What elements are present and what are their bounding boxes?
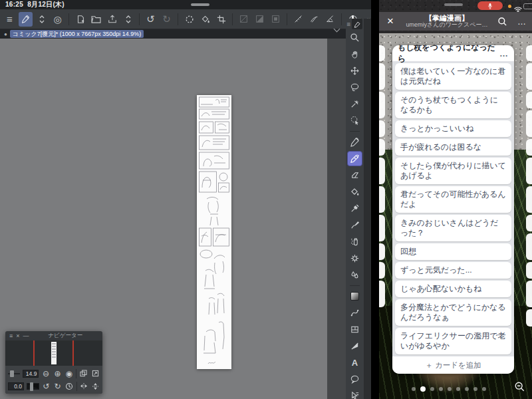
selection-add-icon[interactable] — [237, 12, 251, 27]
snap-grid-icon[interactable] — [323, 12, 337, 27]
board-search-button[interactable] — [492, 17, 512, 27]
snap-special-ruler-icon[interactable] — [307, 12, 321, 27]
next-list-sliver[interactable] — [526, 45, 532, 327]
page-dot[interactable] — [473, 387, 477, 391]
brush-tool-icon[interactable] — [347, 217, 362, 233]
card[interactable]: 僕は老いていく一方なのに君は元気だね — [395, 63, 511, 90]
zoom-value[interactable]: 14.9 — [23, 370, 39, 378]
operation-tool-icon[interactable] — [347, 388, 362, 399]
lasso-tool-icon[interactable] — [347, 80, 362, 95]
flip-horizontal-button[interactable] — [79, 381, 88, 392]
close-board-button[interactable]: × — [379, 12, 402, 31]
flip-vertical-button[interactable] — [91, 381, 100, 392]
list-menu-button[interactable]: … — [499, 49, 509, 59]
edit-in-clip-studio-icon[interactable] — [19, 12, 33, 27]
page-dot[interactable] — [412, 387, 416, 391]
previous-list-sliver[interactable] — [379, 45, 385, 307]
recording-mic-icon[interactable] — [477, 1, 503, 10]
fill-tool-icon[interactable] — [198, 12, 212, 27]
current-subtool-icon[interactable] — [352, 19, 362, 29]
board-zoom-out-button[interactable] — [512, 379, 527, 394]
export-icon[interactable] — [105, 12, 119, 27]
card[interactable]: じゃあ心配ないかもね — [395, 281, 511, 297]
eyedropper-tool-icon[interactable] — [347, 201, 362, 216]
gradient-tool-icon[interactable] — [347, 289, 362, 304]
card[interactable]: 君だってその可能性があるんだよ — [395, 186, 511, 213]
frame-border-tool-icon[interactable] — [347, 322, 362, 337]
navigator-close-icon[interactable]: × — [16, 332, 19, 339]
page-dot[interactable] — [465, 387, 469, 391]
menu-icon[interactable]: ≡ — [3, 12, 17, 27]
zoom-out-button[interactable]: ⊖ — [41, 368, 50, 379]
rotation-value[interactable]: 0.0 — [8, 382, 24, 390]
navigator-preview[interactable] — [5, 340, 102, 366]
pen-tool-icon[interactable] — [347, 134, 362, 150]
navigator-minimize-icon[interactable]: — — [23, 332, 29, 339]
rotate-right-button[interactable]: ↻ — [53, 381, 62, 392]
balloon-tool-icon[interactable] — [347, 372, 362, 387]
palette-edge-strip — [364, 19, 371, 399]
card[interactable]: きみのおじいさんはどうだった？ — [395, 215, 511, 241]
expand-icon[interactable] — [121, 12, 135, 27]
text-tool-icon[interactable]: A — [347, 355, 362, 370]
decoration-tool-icon[interactable] — [347, 251, 362, 266]
figure-tool-icon[interactable] — [347, 305, 362, 321]
fountain-pen-tool-icon[interactable] — [347, 151, 362, 166]
crop-icon[interactable] — [214, 12, 228, 27]
page-dot[interactable] — [430, 387, 434, 391]
battery-icon — [523, 3, 532, 9]
fit-window-button[interactable] — [91, 368, 100, 379]
zoom-slider[interactable] — [8, 370, 20, 378]
new-canvas-icon[interactable] — [73, 12, 87, 27]
auto-select-tool-icon[interactable] — [347, 96, 362, 112]
blend-tool-icon[interactable] — [347, 267, 362, 283]
fit-to-screen-button[interactable]: ◉ — [65, 368, 73, 379]
card[interactable]: そしたら僕が代わりに描いてあげるよ — [395, 158, 511, 184]
hand-tool-icon[interactable] — [347, 47, 362, 62]
zoom-in-button[interactable]: ⊕ — [53, 368, 62, 379]
rotate-left-button[interactable]: ↺ — [42, 381, 51, 392]
page-dot[interactable] — [439, 387, 443, 391]
card[interactable]: ずっと元気だった... — [395, 262, 511, 279]
split-drag-handle-right[interactable] — [444, 3, 463, 6]
board-menu-button[interactable]: … — [512, 17, 532, 27]
add-card-button[interactable]: ＋ カードを追加 — [392, 356, 514, 374]
clip-studio-logo-icon[interactable]: ◎ — [51, 12, 65, 27]
move-tool-icon[interactable] — [347, 63, 362, 78]
page-dot[interactable] — [448, 387, 452, 391]
tool-palette-menu-icon[interactable]: ≡ — [347, 21, 351, 28]
correct-line-tool-icon[interactable] — [347, 338, 362, 354]
fill-tool-icon[interactable] — [347, 184, 362, 200]
screen: 16:25 8月12日(木) ≡ ◎ ↺ ↻ — [0, 0, 532, 399]
card[interactable]: そのうち杖でもつくようになるかも — [395, 92, 511, 118]
page-dot[interactable] — [456, 387, 460, 391]
undo-icon[interactable]: ↺ — [144, 12, 158, 27]
card[interactable]: 回想 — [395, 243, 511, 260]
card[interactable]: 手が疲れるのは困るな — [395, 139, 511, 156]
split-drag-handle-left[interactable] — [191, 3, 209, 6]
card[interactable]: ライフエリクサーの濫用で老いがゆるやか — [395, 328, 511, 354]
status-date: 8月12日(木) — [27, 1, 65, 8]
selection-intersect-icon[interactable] — [269, 12, 283, 27]
board-app-window: × 【掌編漫画】 umemiyさんのワークスペー… … もし杖をつくよ — [379, 0, 532, 399]
redo-icon[interactable]: ↻ — [160, 12, 174, 27]
eraser-tool-icon[interactable] — [347, 168, 362, 183]
open-file-icon[interactable] — [89, 12, 103, 27]
reset-rotation-button[interactable] — [65, 381, 73, 392]
snap-ruler-icon[interactable] — [291, 12, 305, 27]
zoom-tool-icon[interactable] — [347, 30, 362, 45]
selection-subtract-icon[interactable] — [253, 12, 267, 27]
airbrush-tool-icon[interactable] — [347, 234, 362, 249]
object-tool-icon[interactable] — [347, 113, 362, 128]
processing-icon — [182, 12, 196, 27]
collapse-expand-icon[interactable] — [35, 12, 49, 27]
page-dot[interactable] — [482, 387, 486, 391]
card[interactable]: 多分魔法とかでどうにかなるんだろうなぁ — [395, 299, 511, 326]
rotation-slider[interactable] — [27, 383, 39, 390]
canvas-artwork[interactable] — [197, 95, 231, 369]
page-dot[interactable] — [420, 386, 426, 392]
navigator-menu-icon[interactable]: ≡ — [9, 332, 13, 339]
card[interactable]: きっとかっこいいね — [395, 120, 511, 137]
document-tab[interactable]: コミック7[復元]* (1000 x 7667px 350dpi 14.9%) — [10, 30, 144, 38]
flip-canvas-button[interactable] — [79, 368, 88, 379]
